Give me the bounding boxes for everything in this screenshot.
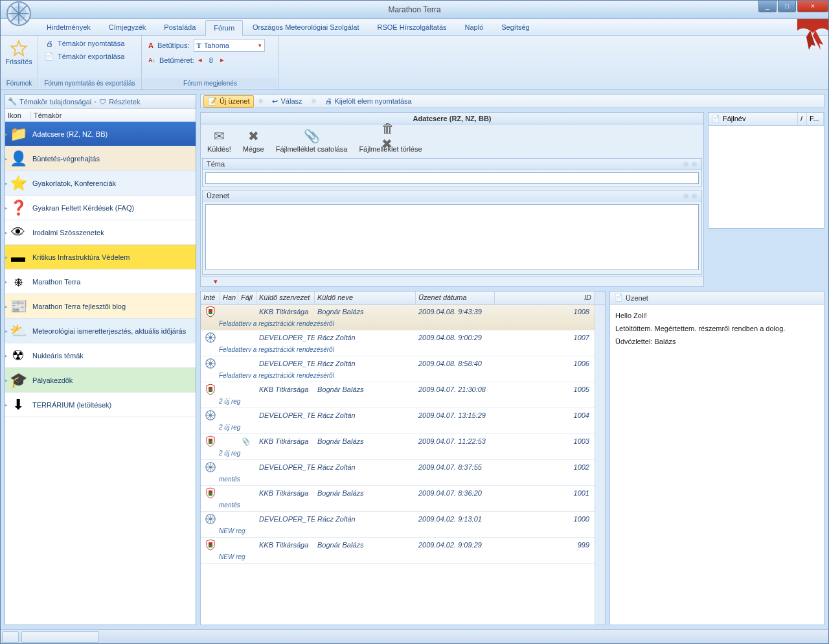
row-date: 2009.04.02. 9:13:01: [416, 515, 495, 523]
message-row[interactable]: DEVELOPER_TEARácz Zoltán2009.04.08. 8:58…: [201, 356, 595, 382]
print-topic-button[interactable]: 🖨 Témakör nyomtatása: [40, 37, 140, 50]
topic-properties-button[interactable]: Témakör tulajdonságai: [19, 98, 91, 106]
refresh-label: Frissítés: [5, 58, 32, 65]
message-row[interactable]: DEVELOPER_TEARácz Zoltán2009.04.08. 9:00…: [201, 330, 595, 356]
attach-col-f[interactable]: F...: [807, 113, 824, 125]
menu-tab[interactable]: Hirdetmények: [38, 19, 99, 35]
menu-tab[interactable]: Fórum: [205, 20, 243, 36]
col-date[interactable]: Üzenet dátuma: [416, 292, 495, 304]
row-date: 2009.04.08. 9:43:39: [416, 308, 495, 316]
row-org: DEVELOPER_TEA: [256, 334, 315, 341]
preview-line: Üdvözlettel: Balázs: [615, 336, 819, 349]
attach-col-filename[interactable]: Fájlnév: [723, 115, 745, 123]
topic-label: Gyakran Feltett Kérdések (FAQ): [30, 204, 134, 212]
col-topic[interactable]: Témakör: [31, 111, 196, 119]
snowflake-icon: ❄: [258, 97, 264, 106]
font-combo[interactable]: T Tahoma ▾: [194, 39, 265, 52]
menu-tab[interactable]: Címjegyzék: [100, 19, 154, 35]
row-date: 2009.04.02. 9:09:29: [416, 541, 495, 549]
ribbon-group-print: Fórum nyomtatás és exportálás: [40, 78, 140, 88]
row-name: Bognár Balázs: [315, 437, 416, 445]
col-org[interactable]: Küldő szervezet: [256, 292, 315, 304]
topic-row[interactable]: ▸⬇TERRÁRIUM (letöltések): [5, 393, 196, 417]
row-date: 2009.04.08. 9:00:29: [416, 334, 495, 341]
delete-attach-button[interactable]: 🗑✖Fájlmelléklet törlése: [359, 128, 422, 153]
menu-tab[interactable]: RSOE Hírszolgáltatás: [369, 19, 455, 35]
topic-row[interactable]: ▸📁Adatcsere (RZ, NZ, BB): [5, 122, 196, 146]
menu-tab[interactable]: Napló: [457, 19, 492, 35]
topic-row[interactable]: ▸👤Büntetés-végrehajtás: [5, 146, 196, 171]
menu-tab[interactable]: Országos Meteorológiai Szolgálat: [244, 19, 367, 35]
row-name: Rácz Zoltán: [315, 515, 416, 523]
row-icon: [201, 435, 220, 447]
topic-row[interactable]: ▸⛅Meteorológiai ismeretterjesztés, aktuá…: [5, 319, 196, 343]
fontsize-label: Betűméret:: [159, 56, 194, 64]
topic-row[interactable]: ▸🎓Pályakezdők: [5, 368, 196, 393]
menu-tab[interactable]: Segítség: [493, 19, 538, 35]
topic-row[interactable]: ▸⎈Marathon Terra: [5, 270, 196, 294]
topic-row[interactable]: ▸⭐Gyakorlatok, Konferenciák: [5, 171, 196, 196]
col-fajl[interactable]: Fájl: [238, 292, 256, 304]
col-inte[interactable]: Inté: [201, 292, 220, 304]
svg-rect-44: [209, 542, 212, 545]
subject-label: Téma: [207, 160, 225, 168]
message-row[interactable]: KKB TitkárságaBognár Balázs2009.04.08. 9…: [201, 305, 595, 330]
cancel-button[interactable]: ✖Mégse: [243, 128, 264, 153]
attach-file-button[interactable]: 📎Fájlmelléklet csatolása: [276, 128, 348, 153]
svg-rect-29: [209, 441, 212, 444]
refresh-button[interactable]: Frissítés: [2, 37, 36, 68]
size-decrease-button[interactable]: ◂: [198, 56, 202, 64]
message-row[interactable]: KKB TitkárságaBognár Balázs2009.04.07. 8…: [201, 486, 595, 512]
message-textarea[interactable]: [205, 204, 699, 270]
export-topic-button[interactable]: 📄 Témakör exportálása: [40, 50, 140, 63]
row-subject: mentés: [201, 500, 595, 511]
message-row[interactable]: DEVELOPER_TEARácz Zoltán2009.04.07. 13:1…: [201, 408, 595, 434]
topic-row[interactable]: ▸❓Gyakran Feltett Kérdések (FAQ): [5, 196, 196, 220]
message-row[interactable]: DEVELOPER_TEARácz Zoltán2009.04.02. 9:13…: [201, 512, 595, 538]
topic-row[interactable]: ▸👁Irodalmi Szösszenetek: [5, 220, 196, 245]
col-id[interactable]: ID: [495, 292, 595, 304]
message-row[interactable]: KKB TitkárságaBognár Balázs2009.04.07. 2…: [201, 382, 595, 408]
scrollbar[interactable]: [595, 305, 605, 625]
row-id: 1006: [495, 360, 595, 367]
fontsize-a-icon: A↓: [148, 57, 155, 63]
maximize-button[interactable]: □: [778, 1, 796, 12]
row-org: KKB Titkársága: [256, 489, 315, 497]
svg-rect-37: [209, 493, 212, 496]
col-icon[interactable]: Ikon: [5, 111, 31, 119]
reply-button[interactable]: ↩ Válasz: [267, 95, 306, 108]
minimize-button[interactable]: _: [758, 1, 777, 12]
menu-tab[interactable]: Postaláda: [155, 19, 204, 35]
row-date: 2009.04.07. 11:22:53: [416, 437, 495, 445]
topic-label: Irodalmi Szösszenetek: [30, 229, 104, 236]
print-selected-button[interactable]: 🖨 Kijelölt elem nyomtatása: [321, 95, 416, 107]
message-row[interactable]: DEVELOPER_TEARácz Zoltán2009.04.07. 8:37…: [201, 460, 595, 486]
size-increase-button[interactable]: ▸: [220, 56, 224, 64]
row-date: 2009.04.07. 8:36:20: [416, 489, 495, 497]
message-columns: Inté Han Fájl Küldő szervezet Küldő neve…: [201, 292, 605, 305]
status-cell[interactable]: [2, 631, 19, 643]
content-area: 🔧 Témakör tulajdonságai • 🛡 Részletek Ik…: [1, 90, 828, 629]
status-cell[interactable]: [21, 631, 99, 643]
subject-input[interactable]: [205, 172, 699, 184]
new-message-button[interactable]: 📝 Új üzenet: [203, 95, 254, 108]
topic-details-button[interactable]: Részletek: [109, 98, 140, 106]
topic-label: Marathon Terra: [30, 278, 80, 286]
message-row[interactable]: KKB TitkárságaBognár Balázs2009.04.02. 9…: [201, 538, 595, 564]
message-row[interactable]: 📎KKB TitkárságaBognár Balázs2009.04.07. …: [201, 434, 595, 460]
topic-row[interactable]: ▸☢Nukleáris témák: [5, 343, 196, 368]
send-button[interactable]: ✉Küldés!: [207, 128, 231, 153]
topic-row[interactable]: ▸▬Kritikus Infrastruktúra Védelem: [5, 245, 196, 270]
topic-row[interactable]: ▸📰Marathon Terra fejlesztői blog: [5, 294, 196, 319]
close-button[interactable]: ×: [797, 1, 828, 12]
row-org: KKB Titkársága: [256, 385, 315, 393]
chevron-down-icon[interactable]: ▾: [214, 277, 218, 286]
compose-header: Adatcsere (RZ, NZ, BB): [201, 113, 703, 124]
row-subject: Feladatterv a regisztrációk rendezéséről: [201, 371, 595, 382]
col-han[interactable]: Han: [220, 292, 238, 304]
row-id: 1008: [495, 308, 595, 316]
row-org: DEVELOPER_TEA: [256, 515, 315, 523]
row-icon: [201, 358, 220, 369]
col-name[interactable]: Küldő neve: [315, 292, 416, 304]
preview-line: Letöltöttem. Megértettem. részemről rend…: [615, 323, 819, 336]
